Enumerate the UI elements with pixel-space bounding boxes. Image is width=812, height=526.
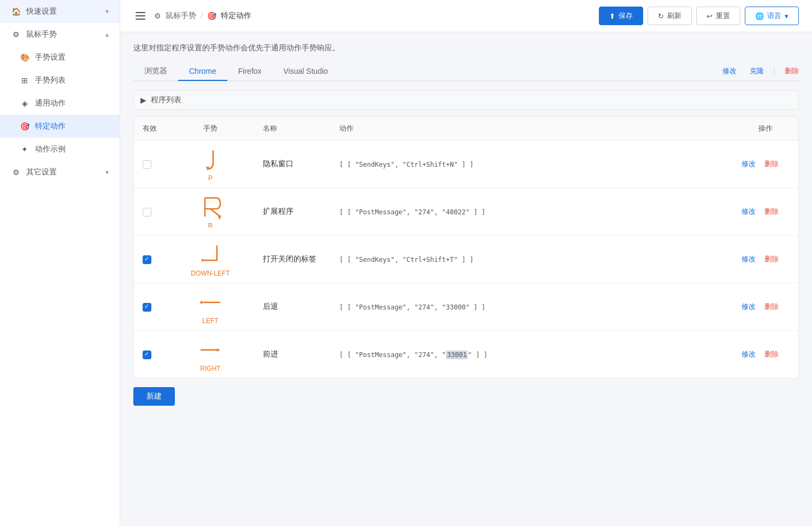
menu-line — [136, 19, 145, 20]
gesture-label: LEFT — [202, 317, 218, 325]
action-text: [ [ "SendKeys", "Ctrl+Shift+T" ] ] — [339, 256, 474, 264]
action-cell: [ [ "SendKeys", "Ctrl+Shift+T" ] ] — [331, 236, 733, 283]
edit-row-button[interactable]: 修改 — [742, 207, 756, 217]
save-button[interactable]: ⬆ 保存 — [599, 7, 643, 25]
edit-row-button[interactable]: 修改 — [742, 159, 756, 169]
page-description: 这里对指定程序设置的手势动作会优先于通用动作手势响应。 — [133, 43, 799, 53]
sidebar-item-label: 快速设置 — [26, 7, 100, 16]
gesture-label: P — [208, 174, 213, 182]
tab-firefox[interactable]: Firefox — [227, 62, 273, 81]
tab-browser[interactable]: 浏览器 — [133, 62, 178, 81]
sidebar-item-action-example[interactable]: ✦ 动作示例 — [0, 138, 120, 161]
program-header[interactable]: ▶ 程序列表 — [133, 90, 799, 110]
home-icon: 🏠 — [11, 7, 21, 16]
gesture-name-text: 前进 — [263, 349, 278, 358]
reset-label: 重置 — [716, 11, 730, 21]
gesture-table: 有效 手势 名称 动作 操作 — [133, 116, 799, 378]
program-section-label: 程序列表 — [151, 95, 181, 105]
th-valid: 有效 — [134, 117, 167, 141]
th-operation: 操作 — [733, 117, 798, 141]
menu-button[interactable] — [133, 10, 148, 22]
name-cell: 打开关闭的标签 — [254, 236, 331, 283]
sidebar-item-label: 通用动作 — [35, 98, 109, 108]
chevron-down-icon: ▾ — [785, 12, 789, 20]
valid-checkbox[interactable] — [143, 255, 151, 264]
action-text: [ [ "PostMessage", "274", "33001" ] ] — [339, 350, 487, 359]
left-gesture-icon — [194, 289, 227, 316]
delete-row-button[interactable]: 删除 — [764, 349, 779, 359]
valid-checkbox[interactable] — [143, 303, 151, 312]
separator: ｜ — [770, 66, 778, 76]
chevron-up-icon: ▴ — [105, 31, 109, 38]
menu-line — [136, 15, 145, 16]
valid-cell — [134, 141, 167, 188]
edit-row-button[interactable]: 修改 — [742, 302, 756, 312]
save-label: 保存 — [619, 11, 633, 21]
svg-marker-2 — [202, 259, 205, 262]
sidebar-item-quick-settings[interactable]: 🏠 快速设置 ▾ — [0, 0, 120, 23]
table-row: DOWN-LEFT 打开关闭的标签 [ [ "SendKeys", "Ctrl+… — [134, 236, 798, 283]
table-row: R 扩展程序 [ [ "PostMessage", "274", "40022"… — [134, 188, 798, 236]
table-row: P 隐私窗口 [ [ "SendKeys", "Ctrl+Shift+N" ] … — [134, 141, 798, 188]
sidebar-item-label: 特定动作 — [35, 121, 109, 131]
svg-marker-4 — [217, 348, 220, 352]
valid-checkbox[interactable] — [143, 160, 151, 169]
valid-checkbox[interactable] — [143, 350, 151, 359]
edit-row-button[interactable]: 修改 — [742, 349, 756, 359]
valid-checkbox[interactable] — [143, 208, 151, 217]
delete-row-button[interactable]: 删除 — [764, 254, 779, 264]
sidebar-item-specific-action[interactable]: 🎯 特定动作 — [0, 115, 120, 138]
delete-tab-button[interactable]: 删除 — [785, 66, 799, 76]
refresh-label: 刷新 — [667, 11, 681, 21]
sidebar-item-label: 其它设置 — [26, 167, 100, 177]
gesture-name-text: 后退 — [263, 302, 278, 311]
sidebar-item-other-settings[interactable]: ⚙ 其它设置 ▾ — [0, 161, 120, 184]
new-button[interactable]: 新建 — [133, 387, 175, 406]
delete-row-button[interactable]: 删除 — [764, 159, 779, 169]
reset-button[interactable]: ↩ 重置 — [696, 7, 740, 25]
gesture-display: LEFT — [175, 289, 245, 325]
palette-icon: 🎨 — [20, 52, 30, 62]
op-cell: 修改 删除 — [733, 141, 798, 188]
breadcrumb-parent: 鼠标手势 — [166, 11, 196, 21]
save-icon: ⬆ — [609, 12, 615, 20]
op-cell: 修改 删除 — [733, 188, 798, 236]
delete-row-button[interactable]: 删除 — [764, 207, 779, 217]
camera-icon: 🎯 — [20, 121, 30, 131]
menu-line — [136, 12, 145, 13]
language-label: 语言 — [767, 11, 781, 21]
sidebar-item-label: 鼠标手势 — [26, 30, 100, 39]
sidebar-item-gesture-settings[interactable]: 🎨 手势设置 — [0, 46, 120, 69]
clone-tab-button[interactable]: 克隆 — [750, 66, 764, 76]
gesture-display: DOWN-LEFT — [175, 241, 245, 277]
refresh-icon: ↻ — [658, 12, 664, 20]
gear-icon: ⚙ — [11, 30, 21, 39]
language-button[interactable]: 🌐 语言 ▾ — [745, 7, 799, 25]
table-row: LEFT 后退 [ [ "PostMessage", "274", "33000… — [134, 283, 798, 331]
table: 有效 手势 名称 动作 操作 — [134, 117, 798, 378]
table-body: P 隐私窗口 [ [ "SendKeys", "Ctrl+Shift+N" ] … — [134, 141, 798, 378]
sidebar-item-gesture-list[interactable]: ⊞ 手势列表 — [0, 69, 120, 92]
th-action: 动作 — [331, 117, 733, 141]
name-cell: 后退 — [254, 283, 331, 331]
language-icon: 🌐 — [755, 12, 764, 20]
tab-chrome[interactable]: Chrome — [178, 62, 227, 81]
cube-icon: ◈ — [20, 98, 30, 108]
edit-tab-button[interactable]: 修改 — [722, 66, 737, 76]
tab-visual-studio[interactable]: Visual Studio — [273, 62, 339, 81]
grid-icon: ⊞ — [20, 75, 30, 85]
sidebar-item-general-action[interactable]: ◈ 通用动作 — [0, 92, 120, 115]
refresh-button[interactable]: ↻ 刷新 — [648, 7, 692, 25]
gesture-cell: R — [167, 188, 254, 236]
delete-row-button[interactable]: 删除 — [764, 302, 779, 312]
action-text: [ [ "PostMessage", "274", "40022" ] ] — [339, 208, 485, 216]
breadcrumb-current: 特定动作 — [221, 11, 251, 21]
header-actions: ⬆ 保存 ↻ 刷新 ↩ 重置 🌐 语言 ▾ — [599, 7, 799, 25]
sidebar-item-label: 手势设置 — [35, 52, 109, 62]
op-cell: 修改 删除 — [733, 331, 798, 378]
edit-row-button[interactable]: 修改 — [742, 254, 756, 264]
svg-marker-3 — [201, 301, 204, 304]
sidebar-item-mouse-gesture[interactable]: ⚙ 鼠标手势 ▴ — [0, 23, 120, 46]
name-cell: 前进 — [254, 331, 331, 378]
content-area: 这里对指定程序设置的手势动作会优先于通用动作手势响应。 浏览器 Chrome F… — [120, 32, 812, 526]
